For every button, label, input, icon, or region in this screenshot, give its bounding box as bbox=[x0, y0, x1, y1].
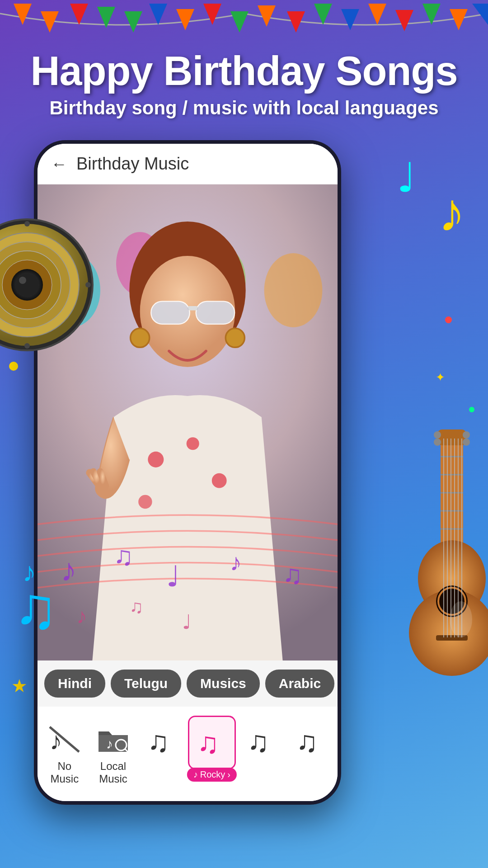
svg-point-38 bbox=[434, 431, 441, 439]
music-item-song3[interactable]: ♫ bbox=[239, 716, 285, 767]
svg-marker-11 bbox=[314, 4, 332, 25]
svg-point-25 bbox=[16, 274, 38, 296]
svg-point-30 bbox=[85, 282, 91, 288]
music-note-cyan-icon: ♩ bbox=[397, 154, 416, 201]
svg-marker-6 bbox=[176, 9, 194, 30]
svg-text:♫: ♫ bbox=[283, 560, 303, 589]
local-music-label: Local Music bbox=[93, 760, 134, 785]
music-item-song2[interactable]: ♫ ♪ Rocky › bbox=[188, 716, 236, 769]
screen-title: Birthday Music bbox=[76, 154, 189, 174]
svg-point-68 bbox=[225, 328, 244, 347]
svg-point-72 bbox=[138, 495, 152, 509]
guitar-icon bbox=[389, 429, 488, 678]
svg-marker-4 bbox=[124, 11, 142, 33]
svg-rect-66 bbox=[197, 302, 234, 324]
confetti-3 bbox=[469, 407, 474, 412]
star-1: ★ bbox=[11, 675, 28, 696]
song2-icon: ♫ bbox=[195, 724, 229, 758]
music-item-song1[interactable]: ♫ bbox=[139, 716, 184, 767]
sub-title: Birthday song / music with local languag… bbox=[18, 97, 470, 119]
playing-icon: ♪ bbox=[193, 769, 198, 780]
svg-marker-5 bbox=[149, 4, 167, 25]
confetti-1 bbox=[9, 362, 18, 371]
playing-arrow: › bbox=[227, 769, 230, 780]
svg-rect-65 bbox=[151, 302, 189, 324]
bunting-flags bbox=[0, 0, 488, 54]
svg-text:♫: ♫ bbox=[147, 725, 169, 756]
no-music-icon: ♪ bbox=[47, 722, 81, 756]
music-tabs: Hindi Telugu Musics Arabic Chinese Ta... bbox=[38, 660, 338, 707]
svg-marker-14 bbox=[395, 10, 413, 31]
music-item-no-music[interactable]: ♪ No Music bbox=[42, 716, 87, 792]
song3-icon: ♫ bbox=[245, 722, 279, 756]
tab-arabic[interactable]: Arabic bbox=[265, 670, 334, 698]
svg-text:♫: ♫ bbox=[247, 725, 269, 756]
no-music-label: No Music bbox=[44, 760, 85, 785]
svg-text:♫: ♫ bbox=[197, 726, 219, 758]
svg-point-41 bbox=[463, 439, 470, 446]
music-note-small-blue-icon: ♪ bbox=[23, 557, 36, 588]
main-title: Happy Birthday Songs bbox=[18, 50, 470, 93]
tab-hindi[interactable]: Hindi bbox=[44, 670, 105, 698]
music-selection-row: ♪ No Music ♪ bbox=[38, 707, 338, 801]
title-section: Happy Birthday Songs Birthday song / mus… bbox=[0, 50, 488, 119]
svg-marker-8 bbox=[230, 11, 249, 33]
svg-text:♫: ♫ bbox=[129, 596, 143, 617]
svg-marker-17 bbox=[472, 4, 488, 25]
svg-point-69 bbox=[148, 452, 164, 467]
svg-text:♫: ♫ bbox=[296, 725, 318, 756]
svg-marker-7 bbox=[203, 4, 221, 25]
confetti-2 bbox=[445, 316, 452, 323]
speaker-icon bbox=[0, 217, 95, 353]
svg-marker-0 bbox=[14, 4, 32, 25]
music-item-local-music[interactable]: ♪ Local Music bbox=[91, 716, 136, 792]
svg-rect-64 bbox=[188, 306, 198, 310]
svg-point-70 bbox=[187, 437, 199, 450]
svg-text:♩: ♩ bbox=[182, 611, 192, 633]
back-button[interactable]: ← bbox=[51, 155, 67, 174]
music-item-song4[interactable]: ♫ bbox=[288, 716, 333, 767]
svg-text:♫: ♫ bbox=[113, 541, 133, 571]
svg-point-59 bbox=[264, 253, 323, 327]
tab-musics[interactable]: Musics bbox=[187, 670, 260, 698]
svg-text:♩: ♩ bbox=[166, 560, 180, 593]
svg-text:♪: ♪ bbox=[230, 549, 242, 576]
svg-point-67 bbox=[131, 328, 150, 347]
playing-label: Rocky bbox=[200, 769, 225, 780]
svg-point-28 bbox=[24, 343, 30, 349]
svg-point-40 bbox=[434, 439, 441, 446]
svg-text:♪: ♪ bbox=[76, 604, 87, 628]
svg-marker-2 bbox=[70, 4, 88, 25]
song1-icon: ♫ bbox=[145, 722, 179, 756]
phone-header: ← Birthday Music bbox=[38, 144, 338, 184]
playing-badge: ♪ Rocky › bbox=[187, 768, 237, 782]
svg-point-71 bbox=[212, 473, 227, 488]
svg-point-26 bbox=[19, 277, 26, 284]
svg-text:♪: ♪ bbox=[106, 736, 113, 751]
svg-point-54 bbox=[450, 601, 472, 637]
svg-text:♪: ♪ bbox=[61, 552, 76, 588]
local-music-icon: ♪ bbox=[96, 722, 130, 756]
svg-marker-12 bbox=[341, 9, 359, 30]
tab-telugu[interactable]: Telugu bbox=[111, 670, 181, 698]
svg-point-39 bbox=[463, 431, 470, 439]
music-note-yellow-icon: ♪ bbox=[438, 181, 465, 243]
star-2: ✦ bbox=[436, 371, 445, 384]
svg-marker-13 bbox=[368, 4, 386, 25]
svg-point-27 bbox=[24, 221, 30, 226]
song4-icon: ♫ bbox=[294, 722, 328, 756]
